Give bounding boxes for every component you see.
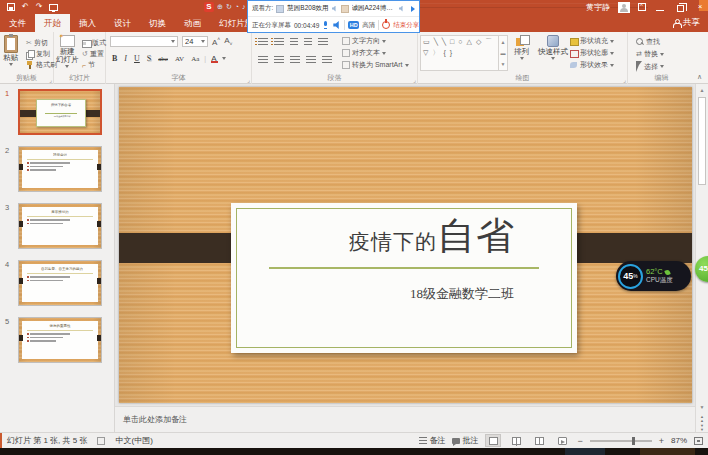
shape-glyph-3[interactable]: □ xyxy=(450,37,454,47)
shape-glyph-5[interactable]: △ xyxy=(467,37,472,47)
expand-viewers-icon[interactable] xyxy=(411,6,415,12)
scrollbar-thumb[interactable] xyxy=(698,97,706,185)
language-indicator[interactable]: 中文(中国) xyxy=(115,435,152,446)
restore-button[interactable] xyxy=(674,2,686,12)
strikethrough-button[interactable]: abc xyxy=(156,55,170,63)
account-name[interactable]: 黄宇静 xyxy=(586,2,610,13)
change-case-button[interactable]: Aa xyxy=(189,55,201,63)
redo-icon[interactable]: ↷ xyxy=(36,2,43,12)
decrease-indent-icon[interactable] xyxy=(290,38,298,47)
text-direction-button[interactable]: 文字方向 xyxy=(342,36,386,46)
cut-button[interactable]: ✂剪切 xyxy=(26,38,48,48)
shapes-gallery-scrollbar[interactable]: ▲▬▼ xyxy=(498,36,507,70)
slide-canvas[interactable]: 疫情下的自省 18级金融数学二班 xyxy=(119,87,692,403)
viewer1-name[interactable]: 慧园B208效用 xyxy=(287,4,328,13)
close-button[interactable]: × xyxy=(694,0,706,14)
format-painter-button[interactable]: 格式刷 xyxy=(26,60,57,70)
title-card[interactable]: 疫情下的自省 18级金融数学二班 xyxy=(231,203,577,353)
next-slide-button[interactable]: ▼▼ xyxy=(696,424,708,431)
ribbon-tab-2[interactable]: 插入 xyxy=(70,14,105,32)
align-text-button[interactable]: 对齐文本 xyxy=(342,48,386,58)
slide-thumbnail-2[interactable]: 环保意识 xyxy=(18,146,102,192)
minimize-button[interactable] xyxy=(654,4,666,11)
sharing-app-logo[interactable]: S xyxy=(204,2,214,12)
slideshow-view-button[interactable] xyxy=(554,434,570,447)
layout-button[interactable]: 版式 xyxy=(82,38,106,48)
zoom-slider[interactable] xyxy=(590,440,652,442)
save-icon[interactable] xyxy=(7,3,15,11)
shape-glyph-8[interactable]: ▽ xyxy=(423,48,428,58)
share-button[interactable]: 共享 xyxy=(673,14,700,32)
text-shadow-button[interactable]: S xyxy=(145,54,153,63)
normal-view-button[interactable] xyxy=(485,434,501,447)
start-slideshow-icon[interactable] xyxy=(49,4,58,11)
align-left-icon[interactable] xyxy=(258,56,268,65)
underline-button[interactable]: U xyxy=(132,54,142,63)
shape-glyph-11[interactable]: } xyxy=(450,48,452,58)
shapes-gallery[interactable]: ▭╲╲□○△◇⌒▽〉{} ▲▬▼ xyxy=(420,35,508,71)
paragraph-dialog-launcher[interactable]: ⌟ xyxy=(413,76,416,83)
drawing-dialog-launcher[interactable]: ⌟ xyxy=(623,76,626,83)
fit-to-window-icon[interactable] xyxy=(694,437,703,445)
copy-button[interactable]: 复制 xyxy=(26,49,50,59)
font-size-combobox[interactable]: 24 xyxy=(182,36,208,47)
notes-pane[interactable]: 单击此处添加备注 xyxy=(115,406,695,432)
line-spacing-icon[interactable] xyxy=(318,38,328,47)
viewer1-thumbnail[interactable] xyxy=(276,5,284,13)
shrink-font-button[interactable]: A˅ xyxy=(224,36,232,47)
shape-glyph-1[interactable]: ╲ xyxy=(434,37,438,47)
numbering-icon[interactable] xyxy=(274,38,284,47)
ribbon-tab-4[interactable]: 切换 xyxy=(140,14,175,32)
shape-outline-button[interactable]: 形状轮廓 xyxy=(570,48,614,58)
shape-glyph-0[interactable]: ▭ xyxy=(423,37,430,47)
select-button[interactable]: 选择 xyxy=(636,61,664,72)
collapse-ribbon-icon[interactable]: ∧ xyxy=(697,73,702,81)
viewer2-thumbnail[interactable] xyxy=(341,5,349,13)
quick-styles-button[interactable]: 快速样式 xyxy=(538,35,568,60)
slide-thumbnail-4[interactable]: 自我监督、自主学习的能力 xyxy=(18,260,102,306)
avatar[interactable] xyxy=(618,2,630,13)
app-tool-icon-3[interactable]: ♪ xyxy=(242,2,246,12)
slide-subtitle[interactable]: 18级金融数学二班 xyxy=(289,285,635,303)
comments-toggle[interactable]: 批注 xyxy=(452,435,478,446)
shape-effects-button[interactable]: 形状效果 xyxy=(570,60,614,70)
slide-thumbnail-5[interactable]: 健康的重要性 xyxy=(18,317,102,363)
microphone-icon[interactable] xyxy=(324,21,328,29)
ribbon-tab-0[interactable]: 文件 xyxy=(0,14,35,32)
zoom-in-button[interactable]: + xyxy=(659,436,664,446)
align-center-icon[interactable] xyxy=(274,56,284,65)
slide-thumbnail-3[interactable]: 是非辨别力 xyxy=(18,203,102,249)
ribbon-display-options-icon[interactable] xyxy=(638,3,646,11)
slide-thumbnail-1[interactable]: 疫情下的自省18级金融数学二班 xyxy=(18,89,102,135)
font-color-button[interactable]: A xyxy=(209,54,218,63)
reset-button[interactable]: ↺重置 xyxy=(82,49,104,59)
clipboard-dialog-launcher[interactable]: ⌟ xyxy=(49,76,52,83)
font-dialog-launcher[interactable]: ⌟ xyxy=(247,76,250,83)
zoom-out-button[interactable]: − xyxy=(577,436,582,446)
new-slide-button[interactable]: 新建幻灯片 xyxy=(56,35,79,68)
bold-button[interactable]: B xyxy=(110,54,119,63)
find-button[interactable]: 查找 xyxy=(636,37,660,47)
speaker-icon[interactable] xyxy=(333,21,341,29)
align-right-icon[interactable] xyxy=(290,56,300,65)
scroll-up-icon[interactable]: ▲ xyxy=(696,87,708,93)
shape-glyph-9[interactable]: 〉 xyxy=(432,48,439,58)
shape-glyph-4[interactable]: ○ xyxy=(458,37,462,47)
accessibility-icon[interactable] xyxy=(97,437,105,445)
viewer2-name[interactable]: 诚园A224博见童.. xyxy=(352,4,396,13)
arrange-button[interactable]: 排列 xyxy=(514,35,529,60)
increase-indent-icon[interactable] xyxy=(304,38,312,47)
font-name-combobox[interactable] xyxy=(110,36,178,47)
app-tool-icon-1[interactable]: ↻ xyxy=(226,2,232,12)
undo-icon[interactable]: ↶ xyxy=(22,2,29,12)
shape-glyph-6[interactable]: ◇ xyxy=(476,37,481,47)
shape-glyph-2[interactable]: ╲ xyxy=(442,37,446,47)
shape-fill-button[interactable]: 形状填充 xyxy=(570,36,614,46)
shape-glyph-10[interactable]: { xyxy=(443,48,445,58)
slide-sorter-view-button[interactable] xyxy=(508,434,524,447)
zoom-percentage[interactable]: 87% xyxy=(671,436,687,445)
italic-button[interactable]: I xyxy=(122,54,129,63)
columns-icon[interactable] xyxy=(322,56,332,65)
previous-slide-button[interactable]: ▲▲ xyxy=(696,415,708,422)
app-tool-icon-0[interactable]: ⊕ xyxy=(217,2,223,12)
